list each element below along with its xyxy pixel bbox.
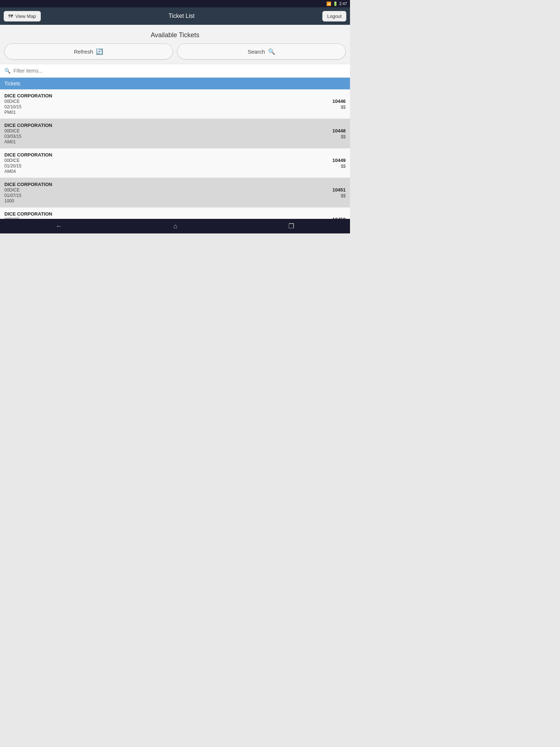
recent-button[interactable]: ❐: [283, 221, 300, 232]
ticket-amount: $$: [341, 105, 346, 110]
view-map-label: View Map: [15, 13, 36, 19]
ticket-left: DICE CORPORATION 00DICE 02/10/15 PM01: [4, 93, 52, 115]
ticket-right: 10449 $$: [332, 158, 346, 169]
ticket-code: 00DICE: [4, 99, 52, 104]
ticket-ref: AM01: [4, 139, 52, 144]
ticket-id: 10446: [332, 98, 346, 104]
ticket-code: 00DICE: [4, 158, 52, 163]
ticket-right: 10448 $$: [332, 128, 346, 139]
ticket-list: DICE CORPORATION 00DICE 02/10/15 PM01 10…: [0, 89, 350, 219]
bottom-nav: ← ⌂ ❐: [0, 219, 350, 233]
ticket-row[interactable]: DICE CORPORATION 00DICE 01/07/15 1000 10…: [0, 178, 350, 208]
filter-icon: 🔍: [4, 68, 11, 74]
ticket-row[interactable]: DICE CORPORATION 00DICE 04/28/15 AM01 10…: [0, 208, 350, 219]
home-button[interactable]: ⌂: [168, 221, 183, 232]
search-button[interactable]: Search 🔍: [177, 43, 346, 59]
logout-label: Logout: [327, 13, 342, 19]
navbar-title: Ticket List: [168, 13, 194, 19]
ticket-row[interactable]: DICE CORPORATION 00DICE 03/03/15 AM01 10…: [0, 119, 350, 148]
ticket-right: 10451 $$: [332, 187, 346, 198]
ticket-left: DICE CORPORATION 00DICE 01/20/15 AM04: [4, 152, 52, 174]
map-icon: 🗺: [8, 13, 13, 19]
section-header: Tickets: [0, 78, 350, 89]
ticket-company: DICE CORPORATION: [4, 211, 52, 217]
ticket-ref: 1000: [4, 198, 52, 204]
view-map-button[interactable]: 🗺 View Map: [4, 11, 41, 22]
ticket-amount: $$: [341, 134, 346, 139]
logout-button[interactable]: Logout: [322, 11, 346, 22]
ticket-left: DICE CORPORATION 00DICE 01/07/15 1000: [4, 182, 52, 204]
refresh-button[interactable]: Refresh 🔄: [4, 43, 173, 59]
ticket-id: 10448: [332, 128, 346, 133]
search-label: Search: [248, 49, 265, 55]
status-bar: 📶 🔋 2:47: [0, 0, 350, 7]
time-display: 2:47: [339, 1, 347, 6]
refresh-icon: 🔄: [96, 48, 103, 55]
filter-input[interactable]: [13, 68, 346, 74]
page-title: Available Tickets: [0, 25, 350, 43]
back-button[interactable]: ←: [50, 221, 68, 232]
refresh-label: Refresh: [74, 49, 93, 55]
search-icon: 🔍: [268, 48, 275, 55]
ticket-id: 10449: [332, 158, 346, 163]
ticket-row[interactable]: DICE CORPORATION 00DICE 02/10/15 PM01 10…: [0, 89, 350, 119]
filter-bar: 🔍: [0, 64, 350, 78]
ticket-id: 10451: [332, 187, 346, 193]
action-row: Refresh 🔄 Search 🔍: [0, 43, 350, 64]
ticket-left: DICE CORPORATION 00DICE 04/28/15 AM01: [4, 211, 52, 219]
ticket-left: DICE CORPORATION 00DICE 03/03/15 AM01: [4, 123, 52, 144]
ticket-right: 10446 $$: [332, 98, 346, 110]
ticket-amount: $$: [341, 193, 346, 198]
ticket-date: 01/20/15: [4, 163, 52, 169]
ticket-company: DICE CORPORATION: [4, 123, 52, 128]
ticket-ref: AM04: [4, 169, 52, 174]
navbar: 🗺 View Map Ticket List Logout: [0, 7, 350, 25]
ticket-company: DICE CORPORATION: [4, 182, 52, 187]
ticket-ref: PM01: [4, 110, 52, 115]
signal-icon: 📶: [326, 1, 331, 6]
ticket-company: DICE CORPORATION: [4, 93, 52, 98]
main-content: Available Tickets Refresh 🔄 Search 🔍 🔍 T…: [0, 25, 350, 219]
ticket-company: DICE CORPORATION: [4, 152, 52, 158]
status-icons: 📶 🔋 2:47: [326, 1, 347, 6]
ticket-code: 00DICE: [4, 187, 52, 193]
ticket-code: 00DICE: [4, 128, 52, 133]
ticket-date: 02/10/15: [4, 104, 52, 109]
ticket-row[interactable]: DICE CORPORATION 00DICE 01/20/15 AM04 10…: [0, 148, 350, 178]
ticket-amount: $$: [341, 164, 346, 169]
ticket-date: 01/07/15: [4, 193, 52, 198]
ticket-date: 03/03/15: [4, 134, 52, 139]
battery-icon: 🔋: [333, 1, 338, 6]
